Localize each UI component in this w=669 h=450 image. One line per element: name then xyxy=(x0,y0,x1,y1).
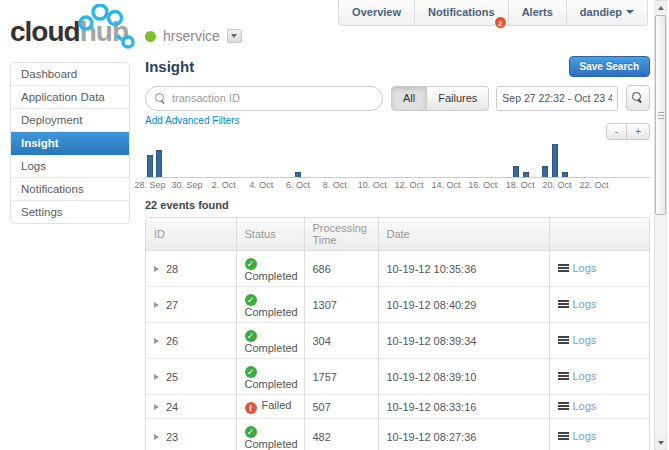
status-filter-group: All Failures xyxy=(391,86,489,111)
logs-link[interactable]: Logs xyxy=(558,370,597,382)
top-navigation: Overview Notifications 2 Alerts dandiep xyxy=(338,0,648,26)
triangle-down-icon xyxy=(658,441,664,445)
expand-row-icon[interactable] xyxy=(154,434,159,440)
logs-link[interactable]: Logs xyxy=(558,430,597,442)
table-row: 25 ✓Completed 1757 10-19-12 08:39:10 Log… xyxy=(146,359,649,395)
logo-text-cloud: cloud xyxy=(10,16,80,47)
sidebar-item-dashboard[interactable]: Dashboard xyxy=(11,63,129,86)
chart-bars xyxy=(145,142,650,178)
expand-row-icon[interactable] xyxy=(154,374,159,380)
app-status-icon xyxy=(145,31,156,42)
nav-overview[interactable]: Overview xyxy=(339,0,414,25)
logo-bubbles-icon xyxy=(76,4,142,50)
chart-zoom-controls: - + xyxy=(606,123,650,140)
row-time: 686 xyxy=(304,251,378,287)
sidebar-item-label: Settings xyxy=(21,206,63,218)
status-icon: ! xyxy=(245,402,257,414)
page-scrollbar[interactable] xyxy=(654,0,667,450)
table-row: 24 !Failed 507 10-19-12 08:33:16 Logs xyxy=(146,395,649,419)
nav-user-label: dandiep xyxy=(580,6,622,18)
row-id: 28 xyxy=(166,263,178,275)
triangle-up-icon xyxy=(658,6,664,10)
app-name: hrservice xyxy=(163,28,220,44)
logs-link[interactable]: Logs xyxy=(558,400,597,412)
logs-list-icon xyxy=(558,432,569,441)
sidebar-item-application-data[interactable]: Application Data xyxy=(11,86,129,109)
add-advanced-filters-link[interactable]: Add Advanced Filters xyxy=(145,115,240,140)
logs-link[interactable]: Logs xyxy=(558,298,597,310)
chart-bar xyxy=(295,172,301,178)
row-time: 482 xyxy=(304,419,378,450)
date-range-input[interactable] xyxy=(497,87,617,110)
row-time: 304 xyxy=(304,323,378,359)
expand-row-icon[interactable] xyxy=(154,404,159,410)
transaction-search-input[interactable] xyxy=(172,92,382,104)
nav-user-menu[interactable]: dandiep xyxy=(566,0,647,25)
cloudhub-logo: cloudhub xyxy=(10,10,140,54)
status-icon: ✓ xyxy=(245,258,257,270)
logs-list-icon xyxy=(558,264,569,273)
logs-list-icon xyxy=(558,300,569,309)
sidebar-item-label: Logs xyxy=(21,160,46,172)
app-dropdown-button[interactable] xyxy=(227,29,242,43)
logs-link[interactable]: Logs xyxy=(558,262,597,274)
sidebar-item-insight[interactable]: Insight xyxy=(11,132,129,155)
sidebar-item-settings[interactable]: Settings xyxy=(11,201,129,223)
logs-label: Logs xyxy=(573,298,597,310)
chart-axis-label: 2. Oct xyxy=(212,180,236,190)
date-range-picker xyxy=(496,86,618,111)
zoom-out-button[interactable]: - xyxy=(606,123,627,140)
logs-link[interactable]: Logs xyxy=(558,334,597,346)
chart-axis-label: 20. Oct xyxy=(543,180,572,190)
filter-all-button[interactable]: All xyxy=(391,86,427,111)
sidebar-item-label: Insight xyxy=(21,137,59,149)
chart-bar xyxy=(156,150,162,178)
row-status: Failed xyxy=(262,399,292,411)
chart-axis-label: 28. Sep xyxy=(135,180,166,190)
events-table: ID Status Processing Time Date 28 ✓Compl… xyxy=(145,217,650,450)
chevron-down-icon xyxy=(231,34,237,38)
chart-axis-label: 10. Oct xyxy=(358,180,387,190)
nav-alerts-label: Alerts xyxy=(522,6,553,18)
chart-bar xyxy=(513,166,519,177)
events-timeline-chart[interactable]: 28. Sep30. Sep2. Oct4. Oct6. Oct8. Oct10… xyxy=(145,142,650,192)
row-date: 10-19-12 10:35:36 xyxy=(378,251,549,287)
nav-notifications[interactable]: Notifications 2 xyxy=(414,0,508,25)
row-date: 10-19-12 08:39:10 xyxy=(378,359,549,395)
search-submit-button[interactable] xyxy=(626,85,650,111)
transaction-search xyxy=(145,86,383,111)
chart-axis-labels: 28. Sep30. Sep2. Oct4. Oct6. Oct8. Oct10… xyxy=(145,178,650,191)
sidebar: Dashboard Application Data Deployment In… xyxy=(10,62,130,224)
sidebar-item-deployment[interactable]: Deployment xyxy=(11,109,129,132)
row-date: 10-19-12 08:40:29 xyxy=(378,287,549,323)
row-status: Completed xyxy=(245,270,298,282)
col-header-status: Status xyxy=(236,218,304,251)
logs-label: Logs xyxy=(573,334,597,346)
main-content: hrservice Insight Save Search All Failur… xyxy=(145,26,650,450)
expand-row-icon[interactable] xyxy=(154,266,159,272)
expand-row-icon[interactable] xyxy=(154,338,159,344)
chart-axis-label: 8. Oct xyxy=(323,180,347,190)
status-icon: ✓ xyxy=(245,330,257,342)
sidebar-item-logs[interactable]: Logs xyxy=(11,155,129,178)
expand-row-icon[interactable] xyxy=(154,302,159,308)
sidebar-item-label: Application Data xyxy=(21,91,105,103)
search-icon xyxy=(632,92,644,104)
row-id: 23 xyxy=(166,431,178,443)
scrollbar-thumb[interactable] xyxy=(655,15,666,215)
chart-axis-label: 12. Oct xyxy=(395,180,424,190)
scrollbar-up-button[interactable] xyxy=(655,1,666,14)
scrollbar-down-button[interactable] xyxy=(655,436,666,449)
row-time: 1307 xyxy=(304,287,378,323)
save-search-button[interactable]: Save Search xyxy=(569,56,651,77)
filter-bar: All Failures xyxy=(145,85,650,111)
date-range-dropdown-button[interactable] xyxy=(617,87,618,110)
chart-axis-label: 30. Sep xyxy=(171,180,202,190)
zoom-in-button[interactable]: + xyxy=(627,123,650,140)
filter-failures-button[interactable]: Failures xyxy=(427,86,489,111)
table-row: 27 ✓Completed 1307 10-19-12 08:40:29 Log… xyxy=(146,287,649,323)
sidebar-item-notifications[interactable]: Notifications xyxy=(11,178,129,201)
chart-axis-label: 16. Oct xyxy=(468,180,497,190)
row-date: 10-19-12 08:27:36 xyxy=(378,419,549,450)
nav-alerts[interactable]: Alerts xyxy=(508,0,566,25)
